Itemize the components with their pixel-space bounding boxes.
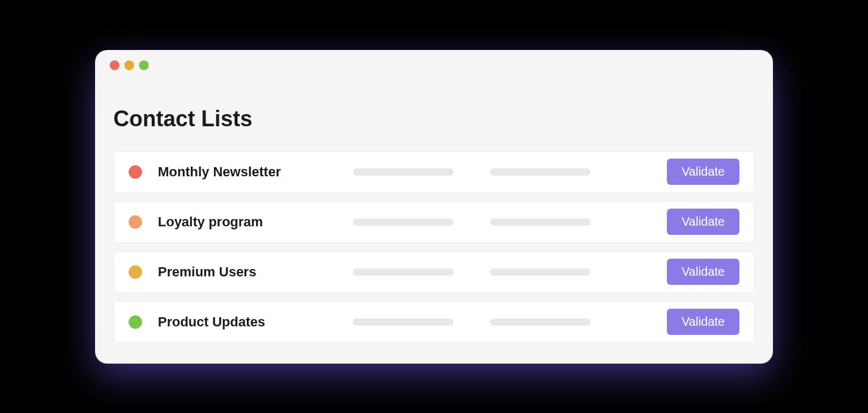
list-name-label: Loyalty program xyxy=(158,214,347,230)
maximize-icon[interactable] xyxy=(139,60,149,70)
status-dot-icon xyxy=(129,215,142,229)
contact-list-container: Monthly Newsletter Validate Loyalty prog… xyxy=(113,151,755,343)
placeholder-bar xyxy=(490,168,591,176)
close-icon[interactable] xyxy=(110,60,119,70)
placeholder-group xyxy=(353,318,667,326)
list-name-label: Monthly Newsletter xyxy=(158,164,347,180)
placeholder-group xyxy=(353,268,667,276)
list-item: Product Updates Validate xyxy=(113,301,755,343)
placeholder-bar xyxy=(353,168,454,176)
placeholder-bar xyxy=(490,218,591,226)
validate-button[interactable]: Validate xyxy=(667,159,739,185)
list-item: Premium Users Validate xyxy=(113,251,755,293)
status-dot-icon xyxy=(129,315,142,329)
list-name-label: Product Updates xyxy=(158,314,347,330)
validate-button[interactable]: Validate xyxy=(667,209,739,235)
list-item: Loyalty program Validate xyxy=(113,201,755,243)
title-bar xyxy=(95,50,773,82)
minimize-icon[interactable] xyxy=(124,60,134,70)
list-name-label: Premium Users xyxy=(158,264,347,280)
main-content: Contact Lists Monthly Newsletter Validat… xyxy=(95,82,773,364)
placeholder-bar xyxy=(490,318,591,326)
app-window: Contact Lists Monthly Newsletter Validat… xyxy=(95,50,773,364)
validate-button[interactable]: Validate xyxy=(667,259,739,285)
page-title: Contact Lists xyxy=(113,106,755,132)
list-item: Monthly Newsletter Validate xyxy=(113,151,755,193)
placeholder-group xyxy=(353,168,667,176)
placeholder-bar xyxy=(353,268,454,276)
placeholder-bar xyxy=(490,268,591,276)
placeholder-bar xyxy=(353,318,454,326)
placeholder-bar xyxy=(353,218,454,226)
placeholder-group xyxy=(353,218,667,226)
status-dot-icon xyxy=(129,165,142,179)
validate-button[interactable]: Validate xyxy=(667,309,739,335)
status-dot-icon xyxy=(129,265,142,279)
